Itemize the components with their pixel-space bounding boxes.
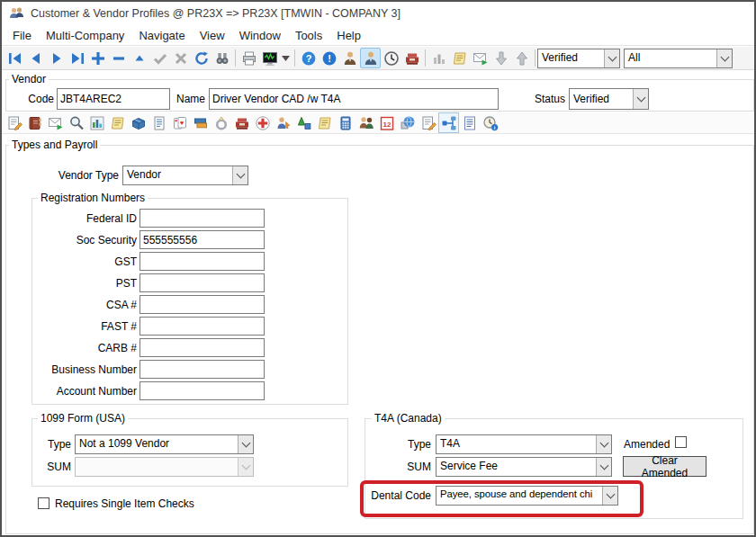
notes-icon[interactable]	[449, 48, 470, 68]
code-input[interactable]	[57, 88, 170, 110]
chevron-down-icon[interactable]	[604, 49, 619, 67]
t4a-type-combo[interactable]: T4A	[436, 434, 612, 454]
shapes-3d-icon[interactable]	[293, 112, 314, 133]
confirm-icon[interactable]	[149, 48, 170, 68]
collapse-up-icon[interactable]	[129, 48, 149, 68]
delete-record-icon[interactable]	[108, 48, 129, 68]
window-title: Customer & Vendor Profiles @ PR23X => PR…	[31, 7, 400, 20]
menu-file[interactable]: File	[5, 27, 39, 44]
name-input[interactable]	[209, 88, 499, 110]
chevron-down-icon[interactable]	[596, 458, 611, 476]
chevron-down-icon[interactable]	[633, 89, 648, 109]
chevron-down-icon[interactable]	[716, 49, 732, 67]
form1099-sum-combo[interactable]	[75, 457, 254, 477]
carb-input[interactable]	[140, 338, 265, 357]
printing-press-icon[interactable]	[231, 112, 252, 133]
hierarchy-tree-selected-icon[interactable]	[438, 112, 459, 133]
menu-view[interactable]: View	[193, 27, 232, 44]
binoculars-find-icon[interactable]	[212, 48, 232, 68]
status-combo-value: Verified	[570, 89, 633, 109]
clear-amended-button[interactable]: Clear Amended	[623, 456, 706, 477]
help-icon[interactable]: ?	[298, 48, 319, 68]
dental-code-combo[interactable]: Payee, spouse and dependent chi	[436, 486, 618, 506]
notes-icon[interactable]	[107, 112, 128, 133]
send-mail-icon[interactable]	[470, 48, 490, 68]
svg-text:12: 12	[382, 120, 391, 128]
fast-input[interactable]	[140, 317, 265, 336]
customer-person-icon[interactable]	[339, 48, 360, 68]
screen-view-dropdown-icon[interactable]	[280, 48, 292, 68]
status-combo[interactable]: Verified	[569, 88, 649, 110]
vendor-type-label: Vendor Type	[38, 169, 119, 182]
report-document-icon[interactable]	[148, 112, 169, 133]
gst-input[interactable]	[140, 252, 265, 271]
ring-icon[interactable]	[211, 112, 231, 133]
cancel-icon[interactable]	[170, 48, 191, 68]
t4a-sum-combo[interactable]: Service Fee	[436, 457, 612, 477]
calendar-12-icon[interactable]: 12	[376, 112, 397, 133]
soc-security-label: Soc Security	[42, 234, 137, 246]
chevron-down-icon[interactable]	[238, 435, 253, 453]
edit-note-icon[interactable]	[4, 112, 24, 133]
menu-multi-company[interactable]: Multi-Company	[39, 27, 131, 44]
address-book-icon[interactable]	[24, 112, 45, 133]
add-record-icon[interactable]	[87, 48, 108, 68]
pst-input[interactable]	[140, 273, 265, 292]
first-record-icon[interactable]	[4, 48, 25, 68]
edit-page-icon[interactable]	[418, 112, 438, 133]
printing-press-icon[interactable]	[401, 48, 422, 68]
search-icon[interactable]	[66, 112, 86, 133]
send-mail-icon[interactable]	[45, 112, 66, 133]
chart-disabled-icon[interactable]	[428, 48, 449, 68]
menu-navigate[interactable]: Navigate	[131, 27, 192, 44]
menu-help[interactable]: Help	[329, 27, 368, 44]
menu-window[interactable]: Window	[232, 27, 288, 44]
refresh-icon[interactable]	[191, 48, 212, 68]
scope-filter-value: All	[625, 49, 716, 67]
previous-record-icon[interactable]	[25, 48, 46, 68]
clock-info-icon[interactable]: i	[480, 112, 500, 133]
document-list-icon[interactable]	[459, 112, 480, 133]
soc-security-input[interactable]	[140, 230, 265, 249]
menu-tools[interactable]: Tools	[288, 27, 329, 44]
chevron-down-icon[interactable]	[602, 487, 617, 505]
dental-code-value: Payee, spouse and dependent chi	[436, 487, 602, 505]
name-label: Name	[173, 93, 205, 105]
bar-chart-icon[interactable]	[86, 112, 107, 133]
form1099-sum-label: SUM	[40, 461, 71, 473]
screen-view-icon[interactable]	[259, 48, 280, 68]
federal-id-label: Federal ID	[42, 212, 137, 225]
vendor-type-combo[interactable]: Vendor	[122, 166, 248, 185]
print-icon[interactable]	[238, 48, 259, 68]
export-disabled-icon[interactable]	[511, 48, 532, 68]
flag-layers-icon[interactable]	[190, 112, 211, 133]
csa-input[interactable]	[140, 295, 265, 314]
chevron-down-icon[interactable]	[232, 166, 248, 184]
federal-id-input[interactable]	[140, 209, 265, 228]
calculator-icon[interactable]	[335, 112, 356, 133]
import-disabled-icon[interactable]	[490, 48, 511, 68]
types-payroll-group-label: Types and Payroll	[9, 139, 100, 151]
scope-filter-combo[interactable]: All	[624, 49, 733, 68]
business-number-input[interactable]	[140, 360, 265, 379]
status-filter-combo[interactable]: Verified	[537, 49, 620, 68]
form1099-type-combo[interactable]: Not a 1099 Vendor	[75, 434, 254, 454]
people-pair-icon[interactable]	[356, 112, 376, 133]
information-icon[interactable]: !	[319, 48, 339, 68]
next-record-icon[interactable]	[46, 48, 67, 68]
person-export-icon[interactable]	[273, 112, 293, 133]
last-record-icon[interactable]	[67, 48, 87, 68]
medical-cross-icon[interactable]	[252, 112, 273, 133]
amended-checkbox[interactable]	[675, 436, 687, 448]
svg-text:♥: ♥	[180, 119, 184, 125]
account-number-input[interactable]	[140, 381, 265, 400]
clock-history-icon[interactable]	[381, 48, 401, 68]
container-box-icon[interactable]	[128, 112, 148, 133]
toolbar-separator	[535, 49, 536, 67]
chevron-down-icon[interactable]	[596, 435, 611, 453]
vendor-person-selected-icon[interactable]	[360, 48, 381, 68]
globe-package-icon[interactable]	[397, 112, 418, 133]
notes-pad-icon[interactable]	[314, 112, 335, 133]
cards-icon[interactable]: ♥♥	[169, 112, 190, 133]
single-item-checks-checkbox[interactable]	[38, 497, 50, 509]
